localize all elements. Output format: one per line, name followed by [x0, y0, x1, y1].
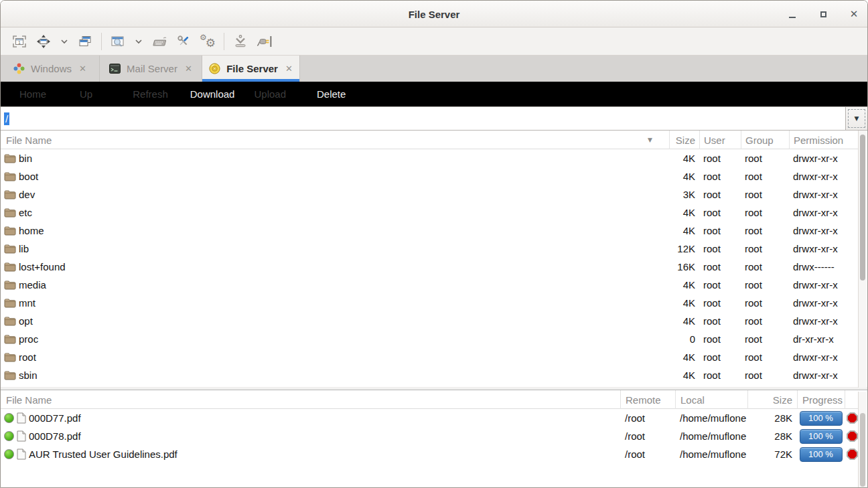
column-header-group[interactable]: Group	[741, 131, 789, 149]
titlebar[interactable]: File Server ✕	[1, 1, 867, 27]
file-group: root	[741, 204, 789, 222]
file-group: root	[741, 258, 789, 276]
tab-close-icon[interactable]: ✕	[185, 64, 192, 74]
transfer-row[interactable]: 000D78.pdf /root /home/muflone 28K 100 %	[1, 427, 860, 445]
path-input[interactable]: /	[1, 107, 845, 130]
path-dropdown-button[interactable]: ▼	[845, 107, 867, 130]
file-permission: drwxr-xr-x	[789, 149, 860, 167]
tab-close-icon[interactable]: ✕	[285, 64, 293, 74]
keyboard-grab-icon	[151, 34, 168, 49]
download-button[interactable]: Download	[190, 88, 235, 100]
file-user: root	[699, 366, 741, 384]
column-header-permission[interactable]: Permission	[789, 131, 860, 149]
grab-keyboard-button[interactable]	[147, 30, 171, 53]
file-user: root	[699, 276, 741, 294]
remote-file-row[interactable]: dev 3K root root drwxr-xr-x	[1, 185, 860, 204]
file-group: root	[741, 312, 789, 330]
tab-mail-server[interactable]: Mail Server ✕	[100, 56, 202, 82]
remote-file-row[interactable]: mnt 4K root root drwxr-xr-x	[1, 294, 860, 312]
up-button[interactable]: Up	[80, 88, 92, 100]
file-user: root	[699, 222, 741, 240]
remote-file-row[interactable]: sbin 4K root root drwxr-xr-x	[1, 366, 860, 384]
remote-file-row[interactable]: home 4K root root drwxr-xr-x	[1, 222, 860, 240]
column-header-local[interactable]: Local	[675, 390, 747, 409]
transfer-size: 28K	[747, 427, 797, 445]
resize-window-button[interactable]: 1	[7, 30, 31, 53]
multi-window-button[interactable]	[73, 30, 97, 53]
minimize-button[interactable]	[786, 7, 799, 21]
tab-windows[interactable]: Windows ✕	[1, 56, 100, 82]
column-header-remote[interactable]: Remote	[620, 390, 675, 409]
remote-file-row[interactable]: root 4K root root drwxr-xr-x	[1, 348, 860, 366]
column-header-progress[interactable]: Progress	[797, 390, 845, 409]
scrollbar-thumb[interactable]	[860, 413, 865, 487]
file-permission: drwxr-xr-x	[789, 185, 860, 204]
close-button[interactable]: ✕	[847, 7, 861, 21]
file-group: root	[741, 240, 789, 258]
tab-close-icon[interactable]: ✕	[79, 64, 86, 74]
remote-file-row[interactable]: 4K root root drwxr-xr-x	[1, 384, 860, 387]
remote-file-row[interactable]: lost+found 16K root root drwx------	[1, 258, 860, 276]
file-name: mnt	[19, 297, 35, 309]
delete-button[interactable]: Delete	[317, 88, 346, 100]
tab-file-server[interactable]: File Server ✕	[202, 56, 300, 82]
window-title: File Server	[1, 1, 867, 27]
preferences-button[interactable]: ⚙⚙	[196, 30, 220, 53]
stop-icon[interactable]	[847, 449, 858, 460]
remote-file-row[interactable]: media 4K root root drwxr-xr-x	[1, 276, 860, 294]
home-button[interactable]: Home	[19, 88, 46, 100]
file-permission: drwxr-xr-x	[789, 222, 860, 240]
progress-bar: 100 %	[800, 447, 843, 462]
scaled-menu-button[interactable]	[130, 30, 147, 53]
disconnect-button[interactable]	[252, 30, 277, 53]
transfer-row[interactable]: 000D77.pdf /root /home/muflone 28K 100 %	[1, 409, 860, 427]
column-header-file-name[interactable]: File Name ▼	[1, 131, 669, 149]
refresh-button[interactable]: Refresh	[133, 88, 168, 100]
file-name: home	[19, 225, 44, 236]
column-header-size[interactable]: Size	[747, 390, 797, 409]
file-size: 12K	[669, 240, 699, 258]
file-name: boot	[19, 171, 38, 182]
remote-files-scrollbar[interactable]	[858, 131, 867, 388]
tools-icon	[175, 33, 192, 50]
file-group: root	[741, 384, 789, 387]
folder-icon	[4, 226, 16, 236]
stop-icon[interactable]	[847, 412, 858, 424]
file-user: root	[699, 348, 741, 366]
maximize-button[interactable]	[816, 7, 830, 21]
tools-button[interactable]	[171, 30, 196, 53]
path-bar: / ▼	[1, 106, 867, 131]
minimize-icon	[789, 17, 796, 18]
tab-bar: Windows ✕ Mail Server ✕	[1, 56, 867, 82]
transfer-row[interactable]: AUR Trusted User Guidelines.pdf /root /h…	[1, 445, 860, 463]
fullscreen-menu-button[interactable]	[56, 30, 73, 53]
file-permission: drwxr-xr-x	[789, 204, 860, 222]
remote-file-row[interactable]: bin 4K root root drwxr-xr-x	[1, 149, 860, 167]
file-name: lib	[19, 243, 29, 254]
file-permission: drwx------	[789, 258, 860, 276]
windows-logo-icon	[13, 63, 25, 74]
remote-file-row[interactable]: etc 4K root root drwxr-xr-x	[1, 204, 860, 222]
column-header-size[interactable]: Size	[669, 131, 699, 149]
file-user: root	[699, 330, 741, 348]
scaled-mode-button[interactable]	[106, 30, 130, 53]
remote-file-row[interactable]: opt 4K root root drwxr-xr-x	[1, 312, 860, 330]
file-user: root	[699, 185, 741, 204]
column-header-user[interactable]: User	[699, 131, 741, 149]
terminal-icon	[109, 64, 121, 74]
screenshot-button[interactable]	[228, 30, 252, 53]
transfers-scrollbar[interactable]	[858, 392, 867, 488]
fullscreen-button[interactable]	[31, 30, 56, 53]
transfer-complete-status-icon	[4, 431, 14, 441]
file-size: 4K	[669, 276, 699, 294]
remote-file-row[interactable]: lib 12K root root drwxr-xr-x	[1, 240, 860, 258]
column-header-file-name[interactable]: File Name	[1, 390, 620, 409]
remote-file-row[interactable]: proc 0 root root dr-xr-xr-x	[1, 330, 860, 348]
scrollbar-thumb[interactable]	[860, 135, 865, 280]
folder-icon	[4, 352, 16, 362]
upload-button[interactable]: Upload	[254, 88, 286, 100]
remote-file-row[interactable]: boot 4K root root drwxr-xr-x	[1, 167, 860, 185]
file-group: root	[741, 366, 789, 384]
file-permission: drwxr-xr-x	[789, 348, 860, 366]
stop-icon[interactable]	[847, 430, 858, 442]
